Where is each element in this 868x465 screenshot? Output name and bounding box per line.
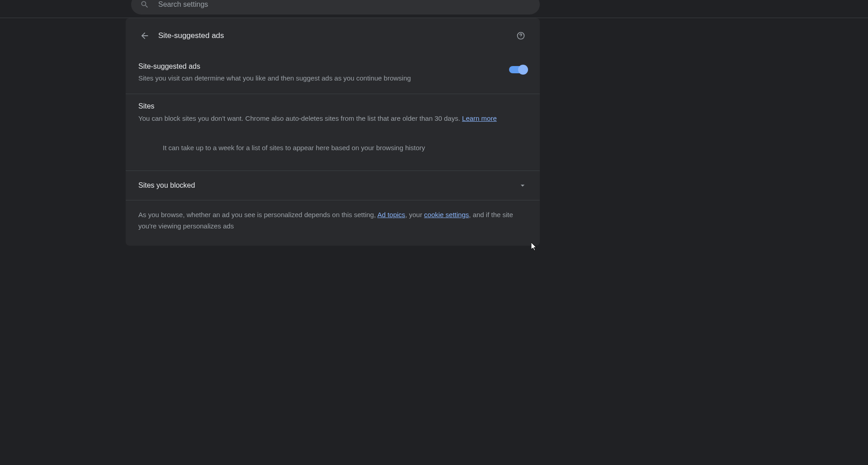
top-area: [0, 0, 868, 18]
page-title: Site-suggested ads: [158, 31, 513, 40]
sites-you-blocked-title: Sites you blocked: [138, 181, 195, 190]
cookie-settings-link[interactable]: cookie settings: [424, 211, 469, 218]
svg-point-1: [521, 37, 521, 38]
main-toggle-row: Site-suggested ads Sites you visit can d…: [126, 53, 540, 94]
setting-description: Sites you visit can determine what you l…: [138, 73, 509, 84]
search-bar[interactable]: [131, 0, 540, 14]
setting-title: Site-suggested ads: [138, 62, 509, 71]
search-input[interactable]: [158, 0, 531, 9]
sites-section: Sites You can block sites you don't want…: [126, 94, 540, 133]
site-suggested-ads-toggle[interactable]: [509, 66, 527, 73]
ad-topics-link[interactable]: Ad topics: [377, 211, 406, 218]
sites-info-message: It can take up to a week for a list of s…: [126, 133, 540, 171]
help-button[interactable]: [513, 28, 529, 44]
chevron-down-icon: [518, 181, 527, 190]
toggle-thumb: [518, 65, 528, 75]
sites-section-description: You can block sites you don't want. Chro…: [138, 113, 527, 124]
panel-header: Site-suggested ads: [126, 18, 540, 53]
main-panel: Site-suggested ads Site-suggested ads Si…: [126, 18, 540, 246]
footer-text-mid: , your: [405, 211, 424, 218]
sites-desc-text: You can block sites you don't want. Chro…: [138, 114, 462, 122]
search-icon: [140, 0, 149, 9]
setting-text: Site-suggested ads Sites you visit can d…: [138, 62, 509, 84]
sites-you-blocked-row[interactable]: Sites you blocked: [126, 171, 540, 200]
learn-more-link[interactable]: Learn more: [462, 114, 497, 122]
sites-section-title: Sites: [138, 102, 527, 110]
help-icon: [516, 31, 525, 40]
footer-text-before: As you browse, whether an ad you see is …: [138, 211, 377, 218]
arrow-left-icon: [140, 31, 150, 41]
back-button[interactable]: [137, 28, 153, 44]
footer-text: As you browse, whether an ad you see is …: [126, 200, 540, 246]
